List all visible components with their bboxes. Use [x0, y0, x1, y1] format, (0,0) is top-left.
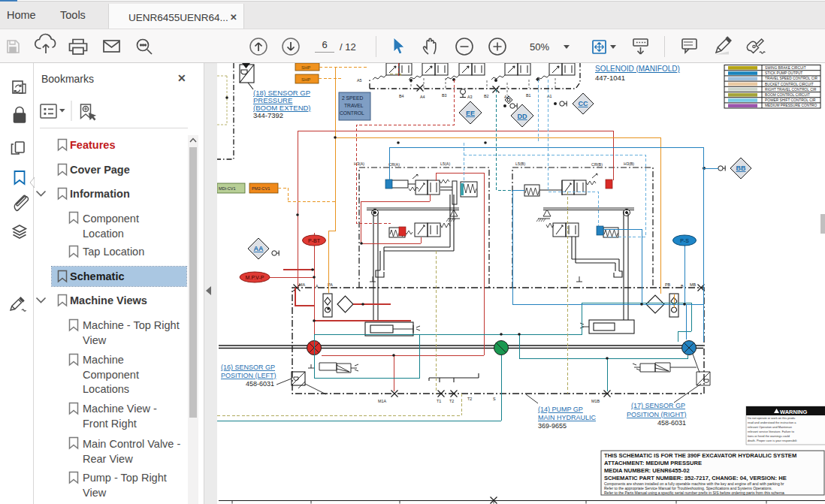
svg-text:L5(B): L5(B)	[515, 161, 525, 166]
svg-text:SHP: SHP	[301, 77, 310, 82]
svg-text:RIGHT TRAVEL CONTROL CIR: RIGHT TRAVEL CONTROL CIR	[765, 88, 817, 92]
svg-text:(14) PUMP GP: (14) PUMP GP	[538, 406, 583, 413]
svg-text:B4: B4	[399, 94, 404, 98]
svg-text:CC: CC	[579, 100, 588, 107]
svg-text:PB: PB	[665, 282, 671, 287]
svg-text:death. Proper care is your res: death. Proper care is your responsibili	[748, 439, 796, 442]
svg-text:STICK PUMP OUTPUT: STICK PUMP OUTPUT	[765, 71, 802, 75]
svg-text:AA: AA	[254, 245, 264, 252]
svg-text:458-6031: 458-6031	[657, 419, 686, 427]
svg-text:Do not operate or work on this: Do not operate or work on this produ	[748, 416, 795, 420]
svg-text:T2: T2	[449, 399, 454, 403]
svg-text:B2: B2	[484, 94, 489, 98]
svg-text:CR(A): CR(A)	[388, 162, 400, 167]
svg-text:PM2-CV1: PM2-CV1	[252, 186, 270, 191]
svg-text:L5(A): L5(A)	[440, 161, 450, 166]
svg-text:BB: BB	[736, 164, 746, 172]
svg-text:T1: T1	[437, 399, 441, 403]
svg-text:(16) SENSOR GP: (16) SENSOR GP	[221, 364, 275, 371]
svg-text:A3: A3	[467, 95, 473, 99]
svg-text:CR(B): CR(B)	[591, 162, 603, 167]
svg-text:B3: B3	[442, 93, 447, 98]
svg-text:read and understood the instru: read and understood the instruction a	[748, 421, 796, 424]
svg-text:S: S	[493, 397, 496, 401]
svg-text:H3(B): H3(B)	[624, 161, 634, 166]
svg-text:344-7392: 344-7392	[253, 111, 283, 119]
svg-text:369-9655: 369-9655	[538, 422, 567, 430]
svg-text:Refer to the Parts Manual usin: Refer to the Parts Manual using a specif…	[604, 490, 784, 495]
svg-text:EE: EE	[466, 110, 475, 117]
svg-text:447-1041: 447-1041	[595, 74, 625, 82]
svg-text:MDi-CV1: MDi-CV1	[219, 186, 236, 191]
svg-text:M1A: M1A	[378, 399, 386, 403]
svg-text:CONTROL: CONTROL	[340, 110, 364, 116]
svg-text:POSITION (LEFT): POSITION (LEFT)	[221, 372, 277, 379]
svg-text:MAIN HYDRAULIC: MAIN HYDRAULIC	[538, 414, 597, 421]
svg-text:T2: T2	[467, 397, 472, 401]
svg-text:SOLENOID (MANIFOLD): SOLENOID (MANIFOLD)	[595, 65, 680, 73]
svg-text:A4: A4	[420, 95, 425, 99]
svg-text:tions or heed the warnings: tions or heed the warnings could	[748, 434, 790, 438]
svg-text:458-6031: 458-6031	[246, 380, 274, 388]
svg-text:SWING BRAKE CIRCUIT: SWING BRAKE CIRCUIT	[765, 66, 806, 70]
svg-text:POSITION (RIGHT): POSITION (RIGHT)	[627, 411, 687, 418]
svg-text:THIS SCHEMATIC IS FOR THE 390F: THIS SCHEMATIC IS FOR THE 390F EXCAVATOR…	[604, 452, 796, 459]
svg-text:POWER SHIFT CONTROL CIR: POWER SHIFT CONTROL CIR	[765, 98, 816, 102]
svg-text:2 SPEED: 2 SPEED	[342, 95, 363, 101]
svg-text:P-BT: P-BT	[308, 238, 321, 243]
svg-text:BUCKET CONTROL CIRCUIT: BUCKET CONTROL CIRCUIT	[765, 83, 814, 86]
svg-text:(17) SENSOR GP: (17) SENSOR GP	[631, 402, 685, 409]
svg-text:M.P.V-P: M.P.V-P	[246, 275, 264, 280]
svg-text:TRAVEL SPEED CONTROL CIR: TRAVEL SPEED CONTROL CIR	[765, 77, 817, 80]
svg-text:TRAVEL: TRAVEL	[344, 103, 364, 108]
svg-text:A5: A5	[357, 78, 362, 83]
svg-text:WARNING: WARNING	[780, 409, 807, 415]
svg-text:M1B: M1B	[591, 399, 600, 403]
svg-text:MB: MB	[690, 282, 696, 287]
svg-text:MEDIA NUMBER: UENR6455-02: MEDIA NUMBER: UENR6455-02	[604, 467, 690, 474]
svg-text:SHP: SHP	[301, 65, 310, 70]
svg-text:MEDIUM PRESSURE CONTRO: MEDIUM PRESSURE CONTRO	[765, 104, 817, 107]
svg-text:SCHEMATIC PART NUMBER: 352-721: SCHEMATIC PART NUMBER: 352-7217, CHANGE:…	[604, 475, 787, 481]
svg-text:ATTACHMENT: MEDIUM PRESSURE: ATTACHMENT: MEDIUM PRESSURE	[604, 460, 702, 466]
svg-text:DD: DD	[518, 113, 527, 120]
svg-text:BOOM CONTROL CIRCUIT: BOOM CONTROL CIRCUIT	[765, 93, 810, 97]
svg-text:relevant service literature. F: relevant service literature. Failure to	[748, 430, 794, 433]
svg-text:B1: B1	[526, 93, 531, 98]
svg-text:H3(A): H3(A)	[354, 161, 364, 166]
svg-text:P-S: P-S	[680, 238, 689, 243]
svg-text:relevant Operation and Main: relevant Operation and Maintenan	[748, 425, 792, 429]
